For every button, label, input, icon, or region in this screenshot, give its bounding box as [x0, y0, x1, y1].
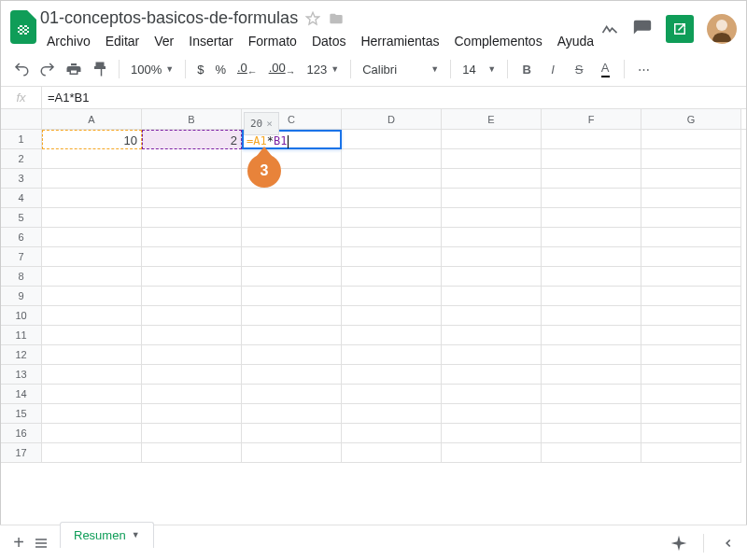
cell-B16[interactable] — [142, 424, 242, 443]
cell-F14[interactable] — [542, 385, 641, 404]
cell-F12[interactable] — [542, 345, 641, 365]
col-header-b[interactable]: B — [142, 109, 242, 129]
cell-B14[interactable] — [142, 385, 242, 404]
sheet-tab-resumen[interactable]: Resumen▼ — [60, 522, 154, 548]
row-header[interactable]: 7 — [1, 247, 42, 267]
row-header[interactable]: 17 — [1, 443, 42, 463]
cell-A3[interactable] — [42, 169, 142, 189]
cell-G9[interactable] — [641, 287, 741, 306]
cell-F2[interactable] — [542, 149, 641, 169]
activity-icon[interactable] — [600, 20, 619, 38]
cell-G16[interactable] — [641, 424, 741, 443]
cell-G11[interactable] — [641, 326, 741, 345]
cell-D11[interactable] — [342, 326, 442, 345]
cell-B13[interactable] — [142, 365, 242, 385]
row-header[interactable]: 16 — [1, 424, 42, 443]
cell-B10[interactable] — [142, 306, 242, 326]
menu-formato[interactable]: Formato — [242, 30, 303, 52]
row-header[interactable]: 12 — [1, 345, 42, 365]
menu-archivo[interactable]: Archivo — [40, 30, 97, 52]
cell-B4[interactable] — [142, 189, 242, 208]
avatar[interactable] — [707, 14, 737, 44]
cell-C5[interactable] — [242, 208, 342, 228]
comment-icon[interactable] — [632, 19, 653, 39]
cell-C17[interactable] — [242, 443, 342, 463]
italic-button[interactable]: I — [542, 58, 564, 80]
currency-button[interactable]: $ — [193, 63, 207, 77]
cell-G12[interactable] — [641, 345, 741, 365]
cell-G8[interactable] — [641, 267, 741, 287]
cell-C11[interactable] — [242, 326, 342, 345]
row-header[interactable]: 11 — [1, 326, 42, 345]
row-header[interactable]: 3 — [1, 169, 42, 189]
cell-D8[interactable] — [342, 267, 442, 287]
row-header[interactable]: 9 — [1, 287, 42, 306]
cell-A5[interactable] — [42, 208, 142, 228]
cell-B11[interactable] — [142, 326, 242, 345]
cell-E2[interactable] — [442, 149, 542, 169]
cell-B5[interactable] — [142, 208, 242, 228]
cell-A4[interactable] — [42, 189, 142, 208]
cell-E14[interactable] — [442, 385, 542, 404]
cell-E7[interactable] — [442, 247, 542, 267]
cell-F1[interactable] — [542, 130, 641, 149]
explore-button[interactable] — [668, 532, 690, 554]
cell-D16[interactable] — [342, 424, 442, 443]
side-panel-toggle[interactable] — [717, 532, 740, 554]
cell-F6[interactable] — [542, 228, 641, 247]
number-format-selector[interactable]: 123▼ — [303, 63, 344, 77]
cell-F3[interactable] — [542, 169, 641, 189]
cell-A14[interactable] — [42, 385, 142, 404]
menu-datos[interactable]: Datos — [305, 30, 353, 52]
menu-insertar[interactable]: Insertar — [182, 30, 239, 52]
row-header[interactable]: 4 — [1, 189, 42, 208]
cell-A11[interactable] — [42, 326, 142, 345]
cell-F17[interactable] — [542, 443, 641, 463]
cell-D4[interactable] — [342, 189, 442, 208]
decrease-decimal-button[interactable]: .0← — [233, 61, 261, 77]
strikethrough-button[interactable]: S — [568, 58, 590, 80]
add-sheet-button[interactable]: + — [7, 532, 30, 554]
cell-F8[interactable] — [542, 267, 641, 287]
cell-D2[interactable] — [342, 149, 442, 169]
cell-C16[interactable] — [242, 424, 342, 443]
cell-G10[interactable] — [641, 306, 741, 326]
sheet-tab-menu-icon[interactable]: ▼ — [132, 530, 140, 539]
cell-B12[interactable] — [142, 345, 242, 365]
row-header[interactable]: 10 — [1, 306, 42, 326]
cell-F4[interactable] — [542, 189, 641, 208]
cell-G6[interactable] — [641, 228, 741, 247]
cell-F11[interactable] — [542, 326, 641, 345]
row-header[interactable]: 5 — [1, 208, 42, 228]
cell-G2[interactable] — [641, 149, 741, 169]
cell-B17[interactable] — [142, 443, 242, 463]
cell-G5[interactable] — [641, 208, 741, 228]
cell-A17[interactable] — [42, 443, 142, 463]
menu-editar[interactable]: Editar — [99, 30, 147, 52]
cell-E9[interactable] — [442, 287, 542, 306]
cell-D1[interactable] — [342, 130, 442, 149]
cell-F7[interactable] — [542, 247, 641, 267]
cell-D10[interactable] — [342, 306, 442, 326]
cell-C14[interactable] — [242, 385, 342, 404]
text-color-button[interactable]: A — [594, 58, 616, 80]
font-size-selector[interactable]: 14▼ — [458, 63, 500, 77]
paint-format-button[interactable] — [89, 58, 111, 80]
cell-E15[interactable] — [442, 404, 542, 424]
row-header[interactable]: 1 — [1, 130, 42, 149]
cell-E12[interactable] — [442, 345, 542, 365]
cell-C6[interactable] — [242, 228, 342, 247]
cell-B3[interactable] — [142, 169, 242, 189]
row-header[interactable]: 8 — [1, 267, 42, 287]
cell-G3[interactable] — [641, 169, 741, 189]
cell-B7[interactable] — [142, 247, 242, 267]
print-button[interactable] — [63, 58, 85, 80]
cell-A16[interactable] — [42, 424, 142, 443]
cell-A1[interactable]: 10 — [42, 130, 142, 149]
cell-E10[interactable] — [442, 306, 542, 326]
cell-D15[interactable] — [342, 404, 442, 424]
cell-E1[interactable] — [442, 130, 542, 149]
cell-E5[interactable] — [442, 208, 542, 228]
col-header-e[interactable]: E — [442, 109, 542, 129]
cell-A7[interactable] — [42, 247, 142, 267]
